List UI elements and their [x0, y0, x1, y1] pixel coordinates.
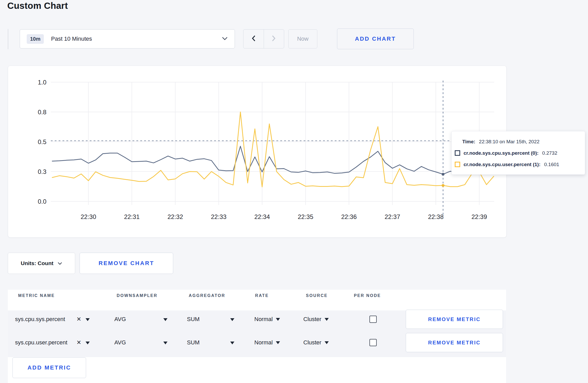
tooltip-series-value: 0.1601	[544, 162, 559, 167]
column-header-per-node: PER NODE	[354, 293, 381, 298]
svg-text:1.0: 1.0	[38, 79, 46, 86]
caret-down-icon[interactable]	[163, 339, 167, 346]
column-header-aggregator: AGGREGATOR	[189, 293, 225, 298]
chart-tooltip: Time: 22:38:10 on Mar 15th, 2022 cr.node…	[451, 131, 585, 175]
toolbar-divider	[8, 29, 8, 49]
column-header-metric-name: METRIC NAME	[18, 293, 55, 298]
svg-text:22:39: 22:39	[471, 213, 487, 220]
time-range-badge: 10m	[27, 34, 44, 44]
per-node-checkbox[interactable]	[369, 316, 377, 323]
svg-text:22:34: 22:34	[254, 213, 270, 220]
svg-text:22:31: 22:31	[124, 213, 139, 220]
caret-down-icon	[276, 318, 280, 321]
caret-down-icon[interactable]	[86, 316, 90, 323]
caret-down-icon	[325, 318, 329, 321]
chevron-right-icon	[272, 35, 276, 43]
caret-down-icon	[276, 341, 280, 344]
rate-select[interactable]: Normal	[254, 339, 280, 346]
caret-down-icon[interactable]	[230, 316, 234, 323]
svg-text:22:36: 22:36	[341, 213, 357, 220]
svg-text:22:32: 22:32	[167, 213, 183, 220]
aggregator-select[interactable]: SUM	[187, 339, 200, 346]
tooltip-time-value: 22:38:10 on Mar 15th, 2022	[479, 139, 539, 145]
svg-text:22:33: 22:33	[211, 213, 226, 220]
svg-text:0.3: 0.3	[38, 168, 46, 175]
rate-select[interactable]: Normal	[254, 316, 280, 323]
column-header-source: SOURCE	[306, 293, 328, 298]
rate-value: Normal	[254, 316, 273, 323]
metric-name-value[interactable]: sys.cpu.user.percent	[15, 339, 67, 346]
custom-chart-page: Custom Chart 10m Past 10 Minutes Now ADD…	[0, 0, 588, 383]
chevron-down-icon	[58, 260, 62, 266]
downsampler-select[interactable]: AVG	[114, 339, 126, 346]
caret-down-icon	[325, 341, 329, 344]
units-dropdown[interactable]: Units: Count	[8, 253, 75, 274]
units-label: Units: Count	[21, 260, 53, 266]
add-metric-button[interactable]: ADD METRIC	[12, 357, 86, 378]
svg-text:0.8: 0.8	[38, 109, 46, 116]
previous-time-button[interactable]	[243, 30, 264, 48]
remove-metric-button[interactable]: REMOVE METRIC	[406, 310, 503, 329]
rate-value: Normal	[254, 339, 273, 346]
series-sys-legend-swatch-icon	[455, 150, 460, 156]
downsampler-select[interactable]: AVG	[114, 316, 126, 323]
column-header-rate: RATE	[255, 293, 269, 298]
series-user-legend-swatch-icon	[455, 162, 460, 167]
table-row: sys.cpu.sys.percent ✕ AVG SUM Normal Clu…	[8, 308, 506, 331]
now-button[interactable]: Now	[288, 29, 317, 48]
svg-text:0.5: 0.5	[38, 138, 46, 145]
tooltip-series-label: cr.node.sys.cpu.user.percent (1):	[464, 162, 541, 167]
time-pager	[243, 29, 284, 48]
svg-text:22:30: 22:30	[81, 213, 96, 220]
add-chart-button[interactable]: ADD CHART	[337, 29, 414, 49]
chevron-left-icon	[251, 35, 256, 43]
source-value: Cluster	[303, 339, 321, 346]
source-select[interactable]: Cluster	[303, 339, 329, 346]
chart-plot[interactable]: 0.00.30.50.81.022:3022:3122:3222:3322:34…	[8, 66, 506, 237]
chart-card: 0.00.30.50.81.022:3022:3122:3222:3322:34…	[8, 66, 507, 238]
source-value: Cluster	[303, 316, 321, 323]
time-range-dropdown[interactable]: 10m Past 10 Minutes	[20, 29, 235, 48]
chevron-down-icon	[222, 37, 228, 41]
svg-text:0.0: 0.0	[38, 198, 46, 205]
aggregator-select[interactable]: SUM	[187, 316, 200, 323]
per-node-checkbox[interactable]	[369, 339, 377, 346]
tooltip-series-label: cr.node.sys.cpu.sys.percent (0):	[464, 150, 538, 156]
caret-down-icon[interactable]	[163, 316, 167, 323]
source-select[interactable]: Cluster	[303, 316, 329, 323]
caret-down-icon[interactable]	[86, 339, 90, 346]
tooltip-series-value: 0.2732	[542, 150, 557, 156]
column-header-downsampler: DOWNSAMPLER	[117, 293, 157, 298]
svg-text:22:37: 22:37	[384, 213, 400, 220]
time-range-label: Past 10 Minutes	[51, 36, 92, 42]
tooltip-time-label: Time:	[462, 139, 475, 145]
next-time-button[interactable]	[264, 30, 284, 48]
page-title: Custom Chart	[7, 1, 68, 11]
svg-text:22:38: 22:38	[428, 213, 444, 220]
remove-chart-button[interactable]: REMOVE CHART	[80, 253, 173, 274]
close-icon[interactable]: ✕	[76, 339, 81, 346]
svg-text:22:35: 22:35	[298, 213, 313, 220]
metric-name-value[interactable]: sys.cpu.sys.percent	[15, 316, 65, 323]
table-row: sys.cpu.user.percent ✕ AVG SUM Normal Cl…	[8, 331, 506, 354]
close-icon[interactable]: ✕	[76, 316, 81, 323]
remove-metric-button[interactable]: REMOVE METRIC	[406, 333, 503, 352]
caret-down-icon[interactable]	[230, 339, 234, 346]
